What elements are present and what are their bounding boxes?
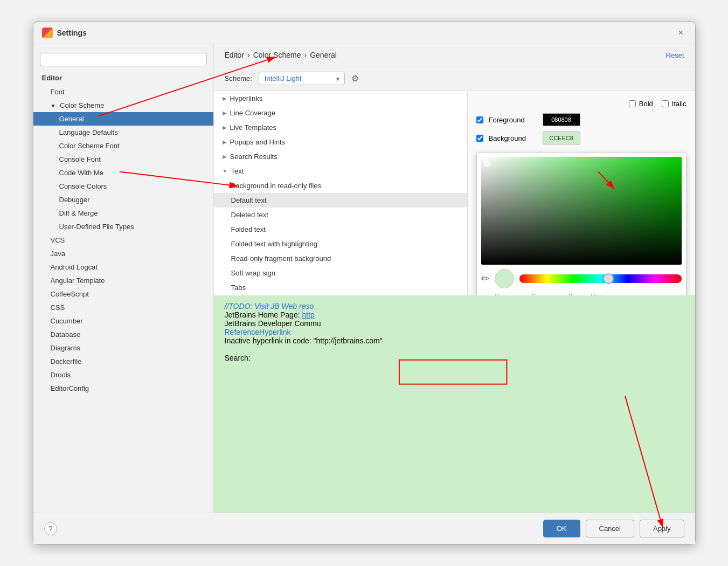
bold-label: Bold: [639, 100, 653, 108]
list-item-live-templates[interactable]: ▶ Live Templates: [214, 120, 467, 135]
breadcrumb-sep1: ›: [247, 51, 250, 59]
sidebar-item-console-colors[interactable]: Console Colors: [33, 180, 213, 193]
sidebar-item-java-label: Java: [51, 250, 65, 258]
background-swatch[interactable]: CCEEC8: [543, 132, 580, 144]
arrow-icon: ▶: [223, 110, 227, 116]
background-row: Background CCEEC8: [476, 132, 687, 144]
arrow-icon: ▶: [223, 125, 227, 130]
list-item-folded-text[interactable]: Folded text: [214, 222, 467, 237]
list-item-default-text-label: Default text: [231, 196, 267, 204]
list-item-readonly-fragment-label: Read-only fragment background: [231, 254, 331, 263]
search-input[interactable]: [45, 56, 202, 64]
scheme-select[interactable]: IntelliJ Light: [259, 72, 345, 85]
sidebar-item-drools[interactable]: Drools: [33, 368, 213, 382]
sidebar-item-diff-merge[interactable]: Diff & Merge: [33, 206, 213, 220]
g-label: G: [518, 293, 550, 295]
rgb-row: R G B Hex: [481, 293, 682, 295]
color-gradient-box[interactable]: [481, 157, 682, 265]
sidebar-item-debugger[interactable]: Debugger: [33, 193, 213, 206]
sidebar-item-cucumber[interactable]: Cucumber: [33, 314, 213, 328]
dialog-body: Editor Font ▼ Color Scheme General Langu…: [33, 44, 695, 513]
list-item-bg-readonly[interactable]: Background in read-only files: [214, 178, 467, 193]
sidebar-section-editor[interactable]: Editor: [33, 71, 213, 85]
sidebar-item-diagrams[interactable]: Diagrams: [33, 341, 213, 355]
sidebar-item-vcs[interactable]: VCS: [33, 233, 213, 247]
sidebar-item-vcs-label: VCS: [51, 236, 65, 244]
hue-thumb[interactable]: [603, 273, 614, 284]
sidebar-item-general[interactable]: General: [33, 112, 213, 126]
footer-buttons: OK Cancel Apply: [543, 520, 684, 537]
italic-checkbox[interactable]: [662, 100, 669, 107]
sidebar-item-console-font-label: Console Font: [59, 155, 101, 163]
sidebar-item-angular-label: Angular Template: [51, 277, 105, 285]
foreground-row: Foreground 080808: [476, 113, 687, 126]
close-button[interactable]: ×: [676, 27, 687, 38]
sidebar-item-color-scheme-font[interactable]: Color Scheme Font: [33, 139, 213, 153]
sidebar-item-drools-label: Drools: [51, 371, 71, 379]
list-item-tabs[interactable]: Tabs: [214, 280, 467, 295]
sidebar-item-android-logcat[interactable]: Android Logcat: [33, 260, 213, 274]
background-label: Background: [489, 134, 537, 142]
list-item-search-results[interactable]: ▶ Search Results: [214, 149, 467, 164]
b-field: B: [554, 293, 587, 295]
title-bar: Settings ×: [33, 22, 695, 44]
sidebar-item-coffeescript[interactable]: CoffeeScript: [33, 287, 213, 301]
sidebar-item-console-font[interactable]: Console Font: [33, 153, 213, 166]
bold-checkbox-label[interactable]: Bold: [629, 100, 653, 108]
sidebar-item-language-defaults[interactable]: Language Defaults: [33, 126, 213, 139]
hex-field: Hex: [591, 293, 682, 295]
ok-button[interactable]: OK: [543, 520, 580, 537]
sidebar-item-user-defined-label: User-Defined File Types: [59, 223, 134, 231]
list-item-folded-text-highlighting[interactable]: Folded text with highlighting: [214, 237, 467, 251]
italic-checkbox-label[interactable]: Italic: [662, 100, 687, 108]
search-box: [40, 53, 207, 66]
sidebar-item-code-with-me-label: Code With Me: [59, 169, 103, 177]
list-item-readonly-fragment[interactable]: Read-only fragment background: [214, 251, 467, 266]
content-area: ▶ Hyperlinks ▶ Line Coverage ▶ Live Temp…: [214, 91, 695, 295]
sidebar-item-color-scheme-label: Color Scheme: [60, 101, 104, 109]
sidebar-item-code-with-me[interactable]: Code With Me: [33, 166, 213, 180]
sidebar-item-user-defined[interactable]: User-Defined File Types: [33, 220, 213, 233]
sidebar-item-dockerfile[interactable]: Dockerfile: [33, 355, 213, 368]
foreground-swatch[interactable]: 080808: [543, 113, 580, 126]
sidebar-item-angular[interactable]: Angular Template: [33, 274, 213, 287]
sidebar-item-editorconfig[interactable]: EditorConfig: [33, 382, 213, 395]
sidebar-item-font[interactable]: Font: [33, 85, 213, 99]
sidebar-item-css[interactable]: CSS: [33, 301, 213, 314]
background-checkbox[interactable]: [476, 135, 483, 142]
preview-line6: [225, 345, 684, 354]
bold-checkbox[interactable]: [629, 100, 636, 107]
sidebar-item-language-defaults-label: Language Defaults: [59, 128, 118, 136]
list-item-soft-wrap[interactable]: Soft wrap sign: [214, 266, 467, 280]
foreground-checkbox[interactable]: [476, 116, 483, 123]
preview-line4: ReferenceHyperlink: [225, 328, 684, 336]
cancel-button[interactable]: Cancel: [586, 520, 634, 537]
list-item-hyperlinks[interactable]: ▶ Hyperlinks: [214, 91, 467, 106]
title-bar-left: Settings: [42, 27, 87, 38]
list-item-deleted-text[interactable]: Deleted text: [214, 208, 467, 222]
dialog-title: Settings: [57, 29, 87, 37]
gear-button[interactable]: ⚙: [351, 73, 359, 84]
bold-italic-row: Bold Italic: [476, 100, 687, 108]
sidebar-item-java[interactable]: Java: [33, 247, 213, 260]
b-label: B: [554, 293, 587, 295]
foreground-color-value: 080808: [543, 114, 580, 126]
reset-button[interactable]: Reset: [666, 51, 684, 59]
help-button[interactable]: ?: [44, 522, 57, 535]
sidebar-item-color-scheme[interactable]: ▼ Color Scheme: [33, 99, 213, 112]
breadcrumb-sep2: ›: [304, 51, 307, 59]
breadcrumb-part3: General: [310, 51, 337, 59]
list-item-soft-wrap-label: Soft wrap sign: [231, 269, 275, 277]
eyedropper-button[interactable]: ✏: [481, 273, 489, 285]
sidebar-item-database[interactable]: Database: [33, 328, 213, 341]
sidebar-item-color-scheme-font-label: Color Scheme Font: [59, 142, 120, 150]
apply-button[interactable]: Apply: [640, 520, 684, 537]
hue-slider[interactable]: [519, 274, 682, 283]
list-item-live-templates-label: Live Templates: [230, 123, 276, 132]
preview-line3: JetBrains Developer Commu: [225, 319, 684, 328]
list-item-default-text[interactable]: Default text: [214, 193, 467, 208]
list-item-text[interactable]: ▼ Text: [214, 164, 467, 178]
sidebar-item-font-label: Font: [51, 88, 65, 96]
list-item-popups[interactable]: ▶ Popups and Hints: [214, 135, 467, 149]
list-item-line-coverage[interactable]: ▶ Line Coverage: [214, 106, 467, 120]
